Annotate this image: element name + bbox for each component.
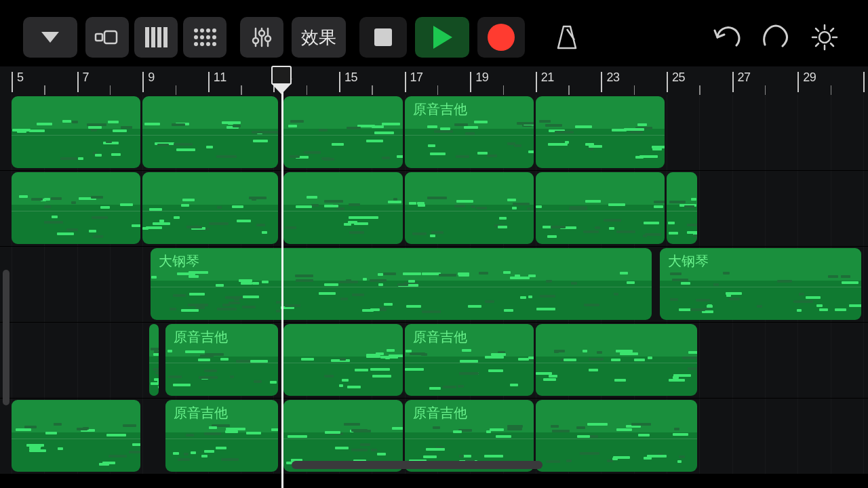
loop-button[interactable] xyxy=(755,17,796,58)
midi-region[interactable] xyxy=(283,324,403,396)
midi-region[interactable] xyxy=(12,96,140,168)
midi-region[interactable] xyxy=(667,172,697,244)
svg-point-7 xyxy=(194,28,198,33)
midi-region[interactable]: 原音吉他 xyxy=(405,96,534,168)
svg-rect-5 xyxy=(157,27,161,47)
svg-marker-26 xyxy=(433,26,452,49)
svg-rect-25 xyxy=(374,28,392,46)
svg-line-36 xyxy=(831,28,833,31)
svg-point-11 xyxy=(194,35,198,39)
midi-region[interactable] xyxy=(536,324,698,396)
ruler-bar-label: 17 xyxy=(410,70,423,85)
svg-point-13 xyxy=(206,35,210,39)
midi-region[interactable]: 大钢琴 xyxy=(660,248,861,320)
fx-label: 效果 xyxy=(301,26,336,49)
timeline-ruler[interactable]: 5791113151719212325272931 xyxy=(0,66,868,95)
svg-point-16 xyxy=(200,42,204,46)
svg-point-18 xyxy=(212,42,216,46)
svg-line-37 xyxy=(816,43,818,46)
keyboard-view-button[interactable] xyxy=(134,17,178,58)
fx-button[interactable]: 效果 xyxy=(292,17,346,58)
record-button[interactable] xyxy=(477,17,525,58)
ruler-bar-label: 15 xyxy=(344,70,357,85)
svg-rect-1 xyxy=(96,34,102,41)
ruler-bar-label: 27 xyxy=(738,70,751,85)
ruler-bar-label: 21 xyxy=(541,70,554,85)
top-toolbar: 效果 xyxy=(0,14,868,61)
play-button[interactable] xyxy=(415,17,469,58)
svg-point-8 xyxy=(200,28,204,33)
stop-button[interactable] xyxy=(359,17,407,58)
svg-point-17 xyxy=(206,42,210,46)
playhead-handle[interactable] xyxy=(271,66,292,85)
svg-line-34 xyxy=(816,28,818,31)
track-view-menu-button[interactable] xyxy=(23,17,77,58)
settings-button[interactable] xyxy=(804,17,845,58)
horizontal-scrollbar-thumb[interactable] xyxy=(292,461,542,469)
svg-point-14 xyxy=(212,35,216,39)
region-view-button[interactable] xyxy=(85,17,129,58)
ruler-bar-label: 23 xyxy=(606,70,619,85)
vertical-scrollbar-thumb[interactable] xyxy=(3,270,9,405)
midi-region[interactable]: 原音吉他 xyxy=(405,324,534,396)
midi-region[interactable] xyxy=(149,324,159,396)
midi-region[interactable] xyxy=(142,96,278,168)
midi-region[interactable] xyxy=(12,172,140,244)
ruler-bar-label: 9 xyxy=(148,70,155,85)
midi-region[interactable] xyxy=(12,400,140,472)
tracks-area[interactable]: 原音吉他大钢琴大钢琴原音吉他原音吉他原音吉他原音吉他 xyxy=(0,95,868,474)
playhead-line[interactable] xyxy=(281,66,283,488)
svg-point-15 xyxy=(194,42,198,46)
midi-region[interactable] xyxy=(142,172,278,244)
ruler-bar-label: 5 xyxy=(17,70,24,85)
svg-point-29 xyxy=(819,32,830,43)
svg-rect-4 xyxy=(151,27,155,47)
ruler-bar-label: 25 xyxy=(672,70,685,85)
svg-rect-6 xyxy=(163,27,167,47)
ruler-bar-label: 19 xyxy=(475,70,488,85)
svg-rect-3 xyxy=(145,27,149,47)
svg-marker-0 xyxy=(41,32,59,43)
view-switch-group xyxy=(85,17,226,58)
svg-point-27 xyxy=(488,24,515,51)
ruler-bar-label: 29 xyxy=(803,70,816,85)
svg-point-24 xyxy=(265,36,271,41)
midi-region[interactable]: 原音吉他 xyxy=(165,400,278,472)
svg-point-12 xyxy=(200,35,204,39)
midi-region[interactable]: 大钢琴 xyxy=(151,248,651,320)
ruler-bar-label: 7 xyxy=(83,70,90,85)
svg-point-20 xyxy=(253,38,258,43)
midi-region[interactable] xyxy=(536,172,665,244)
mixer-button[interactable] xyxy=(240,17,283,58)
midi-region[interactable] xyxy=(536,96,665,168)
svg-rect-2 xyxy=(104,31,117,43)
midi-region[interactable] xyxy=(283,172,403,244)
midi-region[interactable]: 原音吉他 xyxy=(165,324,278,396)
svg-line-35 xyxy=(831,43,833,46)
svg-marker-38 xyxy=(271,83,292,94)
midi-region[interactable] xyxy=(405,172,534,244)
grid-view-button[interactable] xyxy=(183,17,226,58)
midi-region[interactable] xyxy=(283,96,403,168)
ruler-bar-label: 11 xyxy=(214,70,226,85)
svg-point-10 xyxy=(212,28,216,33)
svg-point-22 xyxy=(259,30,264,36)
midi-region[interactable] xyxy=(536,400,698,472)
metronome-button[interactable] xyxy=(547,17,587,58)
undo-button[interactable] xyxy=(707,17,747,58)
svg-point-9 xyxy=(206,28,210,33)
